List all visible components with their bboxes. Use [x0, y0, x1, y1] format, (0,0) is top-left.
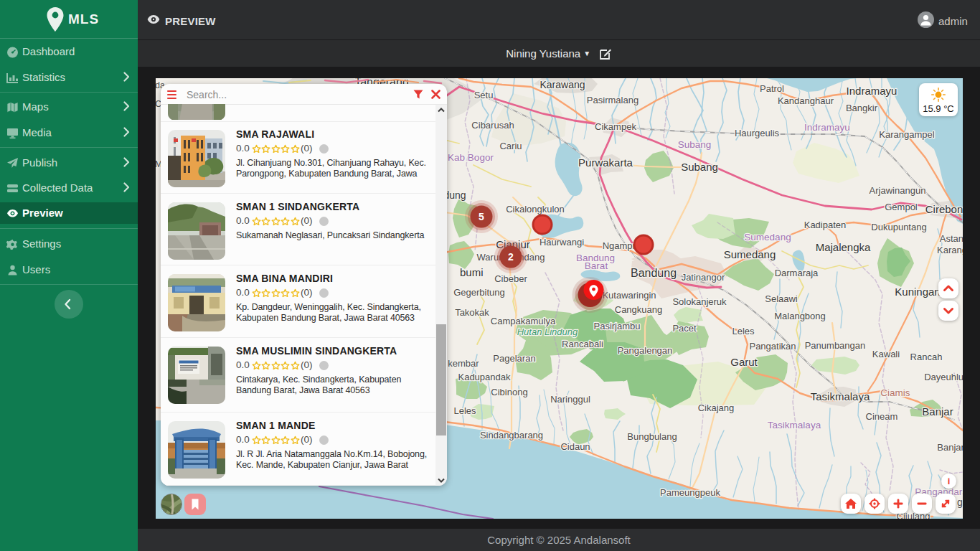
svg-text:Selaawi: Selaawi [765, 293, 798, 304]
svg-text:Karawang: Karawang [540, 79, 585, 90]
svg-text:Barat: Barat [585, 260, 608, 271]
svg-text:Panumbangan: Panumbangan [805, 340, 866, 351]
svg-text:Pasirmalang: Pasirmalang [587, 95, 639, 105]
svg-text:Hutan Lindung: Hutan Lindung [517, 326, 578, 337]
svg-text:Arjawinangun: Arjawinangun [870, 185, 926, 196]
svg-text:Cangkuang: Cangkuang [615, 304, 663, 315]
svg-text:Majalengka: Majalengka [816, 241, 871, 253]
svg-text:kembar: kembar [448, 358, 479, 369]
svg-text:Indramayu: Indramayu [847, 85, 897, 97]
svg-text:dung: dung [443, 189, 466, 201]
svg-text:Banjar: Banjar [922, 405, 953, 418]
svg-text:Pagelaran: Pagelaran [493, 353, 535, 364]
svg-text:Darmaraja: Darmaraja [775, 268, 819, 278]
svg-text:Sumedang: Sumedang [724, 248, 776, 260]
svg-text:Tasikmalaya: Tasikmalaya [811, 390, 870, 402]
svg-text:Astana: Astana [940, 233, 963, 244]
svg-text:Subang: Subang [678, 139, 712, 150]
svg-text:Garut: Garut [730, 356, 758, 368]
svg-text:Bangkir: Bangkir [846, 103, 878, 113]
svg-text:Cariu: Cariu [499, 141, 522, 151]
svg-text:Indramayu: Indramayu [804, 122, 850, 133]
svg-text:Solokanjeruk: Solokanjeruk [672, 296, 727, 307]
svg-text:Rancah: Rancah [910, 352, 943, 362]
svg-text:Dayeuhluhur: Dayeuhluhur [924, 372, 963, 382]
svg-text:Cineam: Cineam [866, 411, 898, 422]
svg-text:Dukupuntang: Dukupuntang [871, 222, 926, 232]
svg-text:Cibinong: Cibinong [491, 387, 527, 397]
svg-text:5: 5 [479, 211, 484, 222]
svg-text:bumi: bumi [460, 266, 484, 278]
svg-text:Ciamis: Ciamis [880, 387, 910, 398]
svg-text:Subang: Subang [681, 161, 718, 173]
svg-text:Gempol: Gempol [885, 202, 918, 212]
svg-text:Cidaun: Cidaun [560, 441, 590, 452]
svg-text:Naringgul: Naringgul [550, 394, 590, 405]
svg-text:Patrol: Patrol [760, 83, 784, 94]
svg-text:Pasirjambu: Pasirjambu [593, 321, 640, 331]
svg-text:Cibeber: Cibeber [494, 273, 527, 284]
svg-text:Kadipaten: Kadipaten [804, 220, 847, 230]
svg-text:Jatinangor: Jatinangor [682, 272, 725, 283]
svg-text:Kutawaringin: Kutawaringin [602, 290, 656, 301]
svg-text:Cikampek: Cikampek [595, 121, 636, 132]
svg-text:Bungbulang: Bungbulang [627, 431, 677, 442]
svg-text:Setu: Setu [474, 90, 494, 100]
svg-text:Kuningan: Kuningan [895, 286, 940, 298]
svg-text:Cibarusah: Cibarusah [471, 120, 514, 131]
svg-text:2: 2 [508, 251, 514, 263]
svg-text:Pameungpeuk: Pameungpeuk [660, 487, 720, 498]
svg-text:Cikalongkulon: Cikalongkulon [506, 204, 565, 215]
svg-text:Haurgeulis: Haurgeulis [735, 128, 780, 138]
svg-text:Kandanghaur: Kandanghaur [778, 95, 834, 106]
svg-text:Leles: Leles [732, 326, 755, 336]
svg-text:Karangampel: Karangampel [879, 129, 934, 140]
svg-text:Tasikmalaya: Tasikmalaya [768, 420, 821, 430]
svg-text:Purwakarta: Purwakarta [578, 156, 633, 169]
svg-text:Gegerbitung: Gegerbitung [453, 287, 505, 298]
svg-text:Kadupandak: Kadupandak [458, 372, 511, 382]
svg-text:Sumedang: Sumedang [744, 232, 791, 242]
svg-text:Haurwangi: Haurwangi [540, 237, 584, 248]
svg-text:Malangbong: Malangbong [774, 311, 826, 321]
svg-text:Cirebon: Cirebon [925, 203, 963, 215]
svg-text:Campakamulya: Campakamulya [491, 316, 556, 326]
svg-text:Leles: Leles [453, 405, 476, 416]
svg-text:Pacet: Pacet [672, 323, 697, 334]
svg-text:Karang: Karang [937, 245, 963, 255]
svg-text:Bandung: Bandung [631, 267, 677, 279]
svg-text:Rancabali: Rancabali [562, 339, 603, 349]
svg-text:Pangatikan: Pangatikan [749, 341, 796, 352]
svg-text:Takokak: Takokak [455, 307, 489, 318]
svg-text:Kab Bogor: Kab Bogor [448, 152, 494, 163]
svg-text:Sindangbarang: Sindangbarang [480, 430, 543, 441]
svg-text:Pangalengan: Pangalengan [618, 345, 673, 356]
svg-text:Cikajang: Cikajang [698, 402, 735, 413]
svg-text:g: g [957, 496, 963, 508]
svg-text:Kawali: Kawali [872, 349, 900, 359]
svg-text:Banjarsa: Banjarsa [937, 442, 963, 453]
